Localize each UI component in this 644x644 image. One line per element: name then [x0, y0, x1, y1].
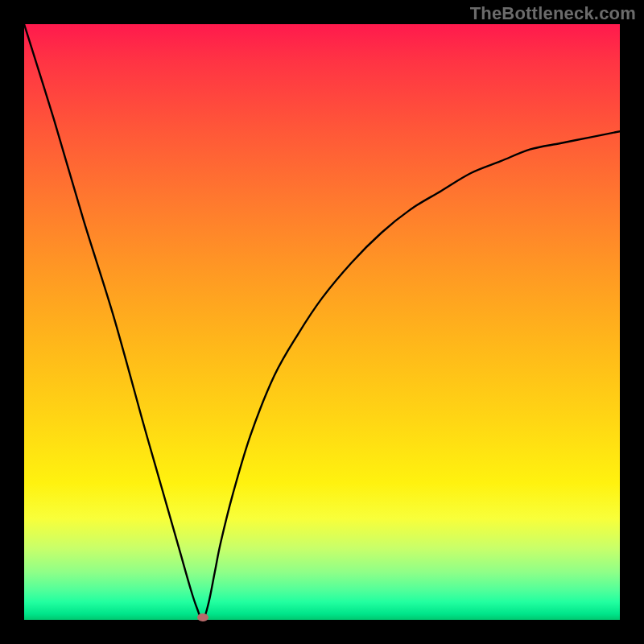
optimum-marker: [197, 613, 208, 621]
bottleneck-curve: [24, 24, 620, 620]
watermark-text: TheBottleneck.com: [470, 3, 636, 24]
chart-frame: TheBottleneck.com: [0, 0, 644, 644]
plot-area: [24, 24, 620, 620]
